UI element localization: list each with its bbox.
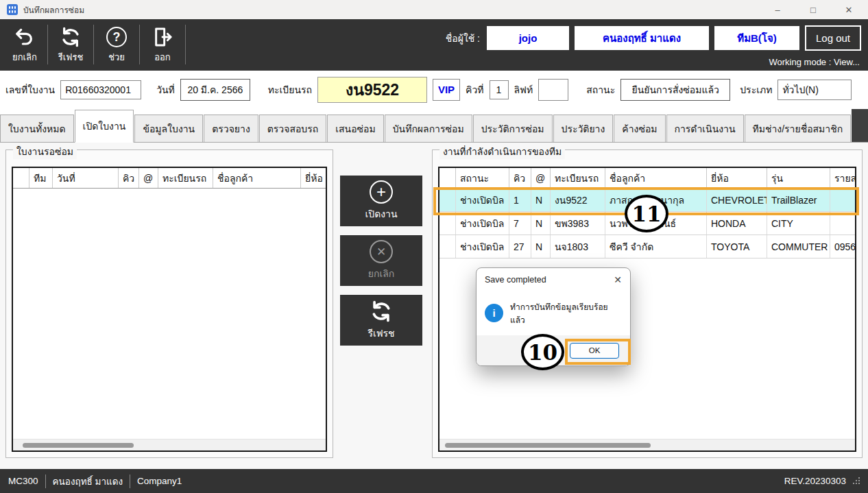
ok-button[interactable]: OK [570,343,619,359]
plate-box: งน9522 [317,77,427,103]
date-label: วันที่ [156,82,175,97]
toolbar: ยกเลิก รีเฟรช ? ช่วย ออก [0,19,868,71]
table-row[interactable]: ช่างเปิดบิล 27 N นจ1803 ซีควี จำกัด TOYO… [439,235,855,258]
scroll-thumb[interactable] [23,443,134,448]
table-row[interactable]: ช่างเปิดบิล 1 N งน9522 ภาสกร สุวัฒนากุล … [439,189,855,212]
cancel-job-label: ยกเลิก [368,266,395,281]
queue-label: คิวที่ [466,82,483,97]
col-at[interactable]: @ [139,168,158,188]
date-box: 20 มี.ค. 2566 [180,79,250,101]
logout-button[interactable]: Log out [805,25,861,51]
statusbar-revision: REV.20230303 [784,476,846,486]
job-no-input[interactable]: R01660320001 [60,80,141,99]
plate-label: ทะเบียนรถ [268,82,312,97]
minimize-icon[interactable]: – [772,5,783,15]
statusbar-company: Company1 [137,476,182,486]
status-bar: MC300 คนองฤทธิ์ มาแดง Company1 REV.20230… [0,469,868,493]
refresh-button[interactable]: รีเฟรช [51,23,90,66]
tab-all-jobs[interactable]: ใบงานทั้งหมด [0,115,74,142]
undo-icon [14,24,36,50]
tab-pending-repair[interactable]: ค้างซ่อม [614,115,665,142]
col-model[interactable]: รุ่น [767,168,830,188]
tab-job-info[interactable]: ข้อมูลใบงาน [134,115,203,142]
col-customer[interactable]: ชื่อลูกค้า [213,168,301,188]
col-at[interactable]: @ [531,168,551,188]
dialog-title: Save completed [485,275,546,285]
cancel-job-button[interactable]: ✕ ยกเลิก [340,235,422,286]
tab-strip: ใบงานทั้งหมด เปิดใบงาน ข้อมูลใบงาน ตรวจย… [0,108,868,143]
user-label: ชื่อผู้ใช้ : [446,31,480,46]
tab-tire-check[interactable]: ตรวจยาง [204,115,258,142]
open-job-button[interactable]: + เปิดงาน [340,176,422,226]
col-detail[interactable]: รายละ [830,168,855,188]
info-icon: i [485,304,503,322]
col-status[interactable]: สถานะ [456,168,509,188]
col-selector[interactable] [13,168,29,188]
dialog-close-icon[interactable]: ✕ [614,274,622,285]
col-plate[interactable]: ทะเบียนรถ [158,168,213,188]
col-team[interactable]: ทีม [29,168,53,188]
undo-button[interactable]: ยกเลิก [5,23,44,66]
x-circle-icon: ✕ [370,240,393,263]
help-button[interactable]: ? ช่วย [97,23,136,66]
pending-jobs-title: ใบงานรอซ่อม [13,144,77,159]
dialog-message: ทำการบันทึกข้อมูลเรียบร้อยแล้ว [510,300,622,326]
team-jobs-hscrollbar[interactable] [439,439,855,450]
maximize-icon[interactable]: □ [808,5,819,15]
username-box: jojo [487,26,569,50]
pending-jobs-panel: ใบงานรอซ่อม ทีม วันที่ คิว @ ทะเบียนรถ ช… [5,149,333,458]
main-content: ใบงานรอซ่อม ทีม วันที่ คิว @ ทะเบียนรถ ช… [0,143,868,469]
job-no-label: เลขที่ใบงาน [5,82,55,97]
title-bar: บันทึกผลการซ่อม – □ ✕ [0,0,868,19]
tab-strip-filler [852,109,868,142]
pending-jobs-body [13,189,326,439]
team-jobs-title: งานที่กำลังดำเนินการของทีม [439,144,565,159]
resize-grip[interactable] [852,477,860,485]
tab-vehicle-check[interactable]: ตรวจสอบรถ [259,115,327,142]
help-label: ช่วย [108,50,125,64]
refresh-icon [60,24,82,50]
exit-label: ออก [154,50,171,64]
scroll-thumb[interactable] [445,443,651,448]
col-queue[interactable]: คิว [509,168,531,188]
close-icon[interactable]: ✕ [843,5,854,15]
tab-tire-history[interactable]: ประวัติยาง [553,115,614,142]
tab-repair-quote[interactable]: เสนอซ่อม [327,115,383,142]
type-input[interactable]: ทั่วไป(N) [777,80,852,100]
tab-repair-record[interactable]: บันทึกผลการซ่อม [385,115,472,142]
plus-circle-icon: + [370,180,393,204]
col-brand[interactable]: ยี่ห้อ [301,168,326,188]
tab-team-members[interactable]: ทีมช่าง/รายชื่อสมาชิก [745,115,852,142]
col-queue[interactable]: คิว [119,168,139,188]
lift-label: ลิฟท์ [514,82,533,97]
job-header-form: เลขที่ใบงาน R01660320001 วันที่ 20 มี.ค.… [0,71,868,108]
refresh-list-button[interactable]: รีเฟรช [340,295,422,346]
window-title: บันทึกผลการซ่อม [23,3,84,16]
exit-button[interactable]: ออก [143,23,182,66]
pending-jobs-hscrollbar[interactable] [13,439,326,450]
table-row[interactable]: ช่างเปิดบิล 7 N ขพ3983 นวพร วิญญูพันธ์ H… [439,212,855,235]
display-name-box: คนองฤทธิ์ มาแดง [575,26,709,50]
col-selector[interactable] [439,168,456,188]
col-plate[interactable]: ทะเบียนรถ [551,168,605,188]
exit-icon [152,24,173,50]
statusbar-code: MC300 [8,476,38,486]
col-date[interactable]: วันที่ [53,168,119,188]
status-box: ยืนยันการสั่งซ่อมแล้ว [620,79,730,101]
app-icon [7,4,18,15]
team-box: ทีมB(โจ) [714,26,799,50]
tab-open-job[interactable]: เปิดใบงาน [75,110,134,143]
queue-input[interactable]: 1 [490,80,509,99]
statusbar-user: คนองฤทธิ์ มาแดง [53,474,123,489]
working-mode-label: Working mode : View... [769,57,860,67]
tab-repair-history[interactable]: ประวัติการซ่อม [473,115,553,142]
vip-badge: VIP [433,79,460,101]
refresh-list-label: รีเฟรช [367,326,394,341]
lift-input[interactable] [538,79,568,101]
col-brand[interactable]: ยี่ห้อ [707,168,767,188]
undo-label: ยกเลิก [12,50,37,64]
pending-jobs-grid: ทีม วันที่ คิว @ ทะเบียนรถ ชื่อลูกค้า ยี… [12,167,327,452]
type-label: ประเภท [740,82,772,97]
tab-operations[interactable]: การดำเนินงาน [666,115,744,142]
col-customer[interactable]: ชื่อลูกค้า [605,168,707,188]
